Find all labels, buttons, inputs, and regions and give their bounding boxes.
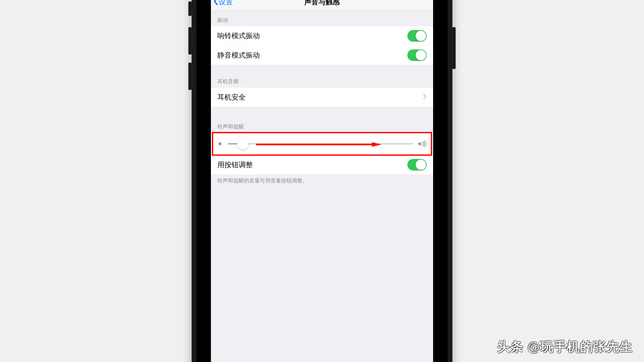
back-button[interactable]: 设置: [213, 0, 233, 11]
row-button-adjust[interactable]: 用按钮调整: [211, 155, 433, 174]
row-headphone-safety[interactable]: 耳机安全: [211, 87, 433, 107]
slider-thumb[interactable]: [237, 138, 248, 150]
row-silent-vibrate[interactable]: 静音模式振动: [211, 45, 433, 65]
ringer-volume-slider[interactable]: [228, 143, 414, 144]
row-ring-vibrate[interactable]: 响铃模式振动: [211, 26, 433, 45]
phone-frame: 中国移动 15:47 58%: [192, 0, 452, 362]
screen: 中国移动 15:47 58%: [211, 0, 433, 362]
navigation-bar: 设置 声音与触感: [211, 0, 433, 11]
ring-vibrate-toggle[interactable]: [407, 30, 427, 42]
section-footer-ringer: 铃声和提醒的音量可用音量按钮调整。: [211, 175, 433, 190]
volume-min-icon: [217, 141, 224, 147]
button-adjust-toggle[interactable]: [407, 159, 427, 171]
silent-vibrate-label: 静音模式振动: [217, 50, 260, 60]
chevron-left-icon: [213, 0, 218, 7]
ringer-volume-slider-row[interactable]: [211, 133, 433, 155]
volume-up-hw: [188, 27, 192, 54]
mute-switch-hw: [188, 1, 192, 16]
watermark-text: 头条 @玩手机的张先生: [497, 338, 633, 356]
ring-vibrate-label: 响铃模式振动: [217, 31, 260, 40]
button-adjust-label: 用按钮调整: [217, 160, 253, 170]
headphone-safety-label: 耳机安全: [217, 92, 246, 102]
page-title: 声音与触感: [304, 0, 340, 7]
section-header-headphone: 耳机音频: [211, 65, 433, 87]
chevron-right-icon: [423, 93, 427, 101]
section-header-ringer: 铃声和提醒: [211, 107, 433, 133]
volume-down-hw: [188, 63, 192, 90]
section-header-vibrate: 振动: [211, 11, 433, 26]
content-scroll[interactable]: 振动 响铃模式振动 静音模式振动 耳机音频 耳机安全: [211, 11, 433, 190]
back-label: 设置: [219, 0, 233, 7]
silent-vibrate-toggle[interactable]: [407, 49, 427, 61]
volume-max-icon: [418, 141, 427, 147]
power-button-hw: [452, 27, 456, 69]
